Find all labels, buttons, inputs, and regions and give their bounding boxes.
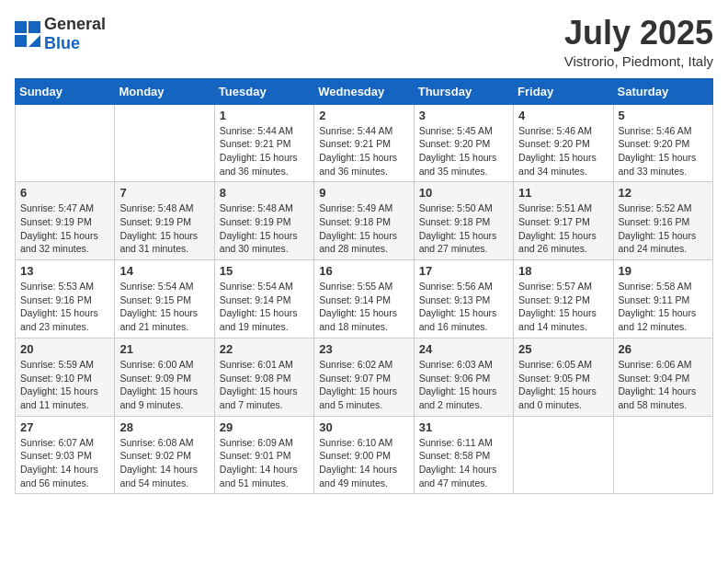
calendar-cell: 18Sunrise: 5:57 AMSunset: 9:12 PMDayligh…: [514, 260, 613, 339]
calendar-cell: 6Sunrise: 5:47 AMSunset: 9:19 PMDaylight…: [16, 182, 115, 260]
calendar-cell: [514, 416, 613, 494]
calendar-week-row: 1Sunrise: 5:44 AMSunset: 9:21 PMDaylight…: [16, 104, 713, 182]
svg-rect-1: [28, 21, 40, 33]
day-number: 20: [20, 342, 109, 356]
logo-icon: [15, 21, 40, 47]
cell-content: Sunrise: 5:51 AMSunset: 9:17 PMDaylight:…: [518, 201, 608, 256]
cell-content: Sunrise: 5:54 AMSunset: 9:14 PMDaylight:…: [220, 280, 309, 334]
cell-content: Sunrise: 5:54 AMSunset: 9:15 PMDaylight:…: [119, 280, 209, 334]
calendar-cell: 17Sunrise: 5:56 AMSunset: 9:13 PMDayligh…: [414, 260, 513, 339]
day-number: 5: [619, 109, 708, 122]
calendar-cell: 19Sunrise: 5:58 AMSunset: 9:11 PMDayligh…: [613, 260, 712, 339]
calendar-week-row: 27Sunrise: 6:07 AMSunset: 9:03 PMDayligh…: [16, 416, 713, 494]
title-block: July 2025 Vistrorio, Piedmont, Italy: [564, 15, 713, 69]
cell-content: Sunrise: 5:56 AMSunset: 9:13 PMDaylight:…: [419, 280, 508, 334]
page-header: General Blue July 2025 Vistrorio, Piedmo…: [15, 15, 713, 69]
cell-content: Sunrise: 5:47 AMSunset: 9:19 PMDaylight:…: [20, 201, 109, 256]
calendar-cell: 20Sunrise: 5:59 AMSunset: 9:10 PMDayligh…: [16, 338, 115, 416]
day-number: 15: [220, 264, 309, 278]
cell-content: Sunrise: 6:11 AMSunset: 8:58 PMDaylight:…: [419, 436, 508, 490]
calendar-cell: [16, 104, 115, 182]
calendar-cell: 10Sunrise: 5:50 AMSunset: 9:18 PMDayligh…: [414, 182, 513, 260]
day-number: 16: [319, 264, 408, 278]
day-number: 23: [319, 342, 408, 356]
day-number: 19: [619, 264, 708, 278]
weekday-header-wednesday: Wednesday: [314, 78, 414, 104]
day-number: 1: [220, 109, 309, 122]
day-number: 21: [119, 342, 209, 356]
cell-content: Sunrise: 5:57 AMSunset: 9:12 PMDaylight:…: [518, 280, 608, 334]
cell-content: Sunrise: 6:10 AMSunset: 9:00 PMDaylight:…: [319, 436, 408, 490]
cell-content: Sunrise: 5:48 AMSunset: 9:19 PMDaylight:…: [119, 201, 209, 256]
cell-content: Sunrise: 5:44 AMSunset: 9:21 PMDaylight:…: [319, 124, 408, 178]
cell-content: Sunrise: 5:55 AMSunset: 9:14 PMDaylight:…: [319, 280, 408, 334]
day-number: 22: [220, 342, 309, 356]
calendar-cell: 15Sunrise: 5:54 AMSunset: 9:14 PMDayligh…: [214, 260, 313, 339]
day-number: 25: [518, 342, 608, 356]
svg-rect-2: [15, 35, 27, 47]
logo-text-blue: Blue: [44, 34, 80, 52]
calendar-cell: 13Sunrise: 5:53 AMSunset: 9:16 PMDayligh…: [16, 260, 115, 339]
day-number: 12: [619, 186, 708, 200]
calendar-week-row: 6Sunrise: 5:47 AMSunset: 9:19 PMDaylight…: [16, 182, 713, 260]
weekday-header-row: SundayMondayTuesdayWednesdayThursdayFrid…: [16, 78, 713, 104]
calendar-cell: 26Sunrise: 6:06 AMSunset: 9:04 PMDayligh…: [613, 338, 712, 416]
calendar-cell: 11Sunrise: 5:51 AMSunset: 9:17 PMDayligh…: [514, 182, 613, 260]
location-title: Vistrorio, Piedmont, Italy: [564, 53, 713, 69]
calendar-cell: 21Sunrise: 6:00 AMSunset: 9:09 PMDayligh…: [115, 338, 214, 416]
cell-content: Sunrise: 6:02 AMSunset: 9:07 PMDaylight:…: [319, 358, 408, 412]
cell-content: Sunrise: 5:59 AMSunset: 9:10 PMDaylight:…: [20, 358, 109, 412]
day-number: 14: [119, 264, 209, 278]
cell-content: Sunrise: 5:48 AMSunset: 9:19 PMDaylight:…: [220, 201, 309, 256]
calendar-cell: 2Sunrise: 5:44 AMSunset: 9:21 PMDaylight…: [314, 104, 414, 182]
day-number: 17: [419, 264, 508, 278]
day-number: 27: [20, 420, 109, 434]
cell-content: Sunrise: 6:03 AMSunset: 9:06 PMDaylight:…: [419, 358, 508, 412]
day-number: 2: [319, 109, 408, 122]
day-number: 13: [20, 264, 109, 278]
calendar-cell: 14Sunrise: 5:54 AMSunset: 9:15 PMDayligh…: [115, 260, 214, 339]
cell-content: Sunrise: 5:46 AMSunset: 9:20 PMDaylight:…: [619, 124, 708, 178]
weekday-header-friday: Friday: [514, 78, 613, 104]
calendar-cell: 23Sunrise: 6:02 AMSunset: 9:07 PMDayligh…: [314, 338, 414, 416]
calendar-cell: 31Sunrise: 6:11 AMSunset: 8:58 PMDayligh…: [414, 416, 513, 494]
cell-content: Sunrise: 5:46 AMSunset: 9:20 PMDaylight:…: [518, 124, 608, 178]
calendar-cell: 3Sunrise: 5:45 AMSunset: 9:20 PMDaylight…: [414, 104, 513, 182]
day-number: 3: [419, 109, 508, 122]
calendar-cell: 28Sunrise: 6:08 AMSunset: 9:02 PMDayligh…: [115, 416, 214, 494]
calendar-week-row: 20Sunrise: 5:59 AMSunset: 9:10 PMDayligh…: [16, 338, 713, 416]
calendar-cell: 5Sunrise: 5:46 AMSunset: 9:20 PMDaylight…: [613, 104, 712, 182]
cell-content: Sunrise: 6:07 AMSunset: 9:03 PMDaylight:…: [20, 436, 109, 490]
calendar-cell: 9Sunrise: 5:49 AMSunset: 9:18 PMDaylight…: [314, 182, 414, 260]
logo-text-general: General: [44, 15, 106, 33]
day-number: 11: [518, 186, 608, 200]
calendar-cell: 7Sunrise: 5:48 AMSunset: 9:19 PMDaylight…: [115, 182, 214, 260]
weekday-header-sunday: Sunday: [16, 78, 115, 104]
day-number: 28: [119, 420, 209, 434]
cell-content: Sunrise: 5:53 AMSunset: 9:16 PMDaylight:…: [20, 280, 109, 334]
day-number: 31: [419, 420, 508, 434]
calendar-cell: 22Sunrise: 6:01 AMSunset: 9:08 PMDayligh…: [214, 338, 313, 416]
cell-content: Sunrise: 5:45 AMSunset: 9:20 PMDaylight:…: [419, 124, 508, 178]
cell-content: Sunrise: 6:00 AMSunset: 9:09 PMDaylight:…: [119, 358, 209, 412]
day-number: 26: [619, 342, 708, 356]
cell-content: Sunrise: 6:05 AMSunset: 9:05 PMDaylight:…: [518, 358, 608, 412]
day-number: 4: [518, 109, 608, 122]
day-number: 18: [518, 264, 608, 278]
weekday-header-thursday: Thursday: [414, 78, 513, 104]
calendar-cell: 27Sunrise: 6:07 AMSunset: 9:03 PMDayligh…: [16, 416, 115, 494]
day-number: 10: [419, 186, 508, 200]
day-number: 24: [419, 342, 508, 356]
cell-content: Sunrise: 6:01 AMSunset: 9:08 PMDaylight:…: [220, 358, 309, 412]
day-number: 30: [319, 420, 408, 434]
calendar-cell: 29Sunrise: 6:09 AMSunset: 9:01 PMDayligh…: [214, 416, 313, 494]
logo: General Blue: [15, 15, 106, 53]
svg-marker-3: [28, 35, 40, 47]
weekday-header-tuesday: Tuesday: [214, 78, 313, 104]
cell-content: Sunrise: 6:08 AMSunset: 9:02 PMDaylight:…: [119, 436, 209, 490]
calendar-cell: 8Sunrise: 5:48 AMSunset: 9:19 PMDaylight…: [214, 182, 313, 260]
day-number: 9: [319, 186, 408, 200]
cell-content: Sunrise: 6:06 AMSunset: 9:04 PMDaylight:…: [619, 358, 708, 412]
day-number: 8: [220, 186, 309, 200]
calendar-cell: 1Sunrise: 5:44 AMSunset: 9:21 PMDaylight…: [214, 104, 313, 182]
